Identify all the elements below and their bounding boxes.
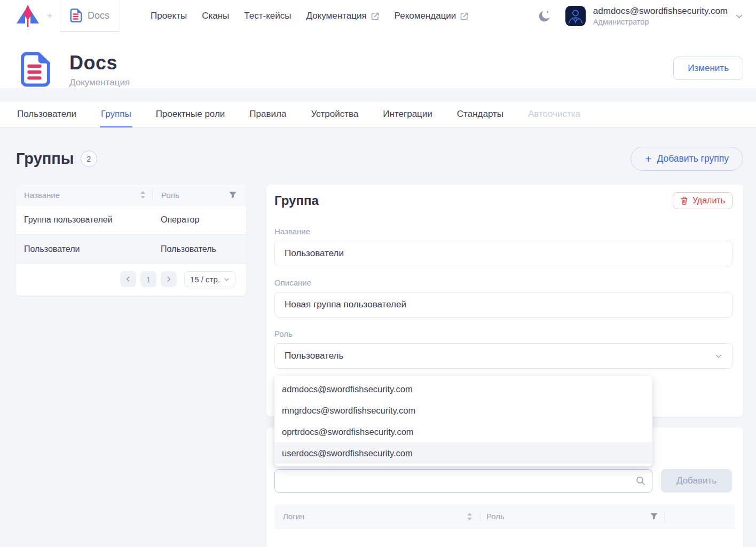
edit-button[interactable]: Изменить <box>673 57 743 80</box>
app-header: Docs Документация Изменить <box>0 32 756 88</box>
tab-standards[interactable]: Стандарты <box>456 102 505 128</box>
user-info[interactable]: admdocs@swordfishsecurity.com Администра… <box>593 5 728 26</box>
dropdown-option-oprtrdocs[interactable]: oprtrdocs@swordfishsecurity.com <box>274 421 652 442</box>
member-search-input[interactable] <box>274 469 652 493</box>
search-icon <box>636 476 645 486</box>
members-table: Логин Роль <box>274 505 735 547</box>
dropdown-option-userdocs[interactable]: userdocs@swordfishsecurity.com <box>274 442 652 464</box>
page-size-select[interactable]: 15 / стр. <box>184 271 235 287</box>
group-row-operators[interactable]: Группа пользователей Оператор <box>16 205 246 234</box>
column-header-login[interactable]: Логин <box>283 512 304 521</box>
nav-testcases[interactable]: Тест-кейсы <box>244 11 291 21</box>
sort-icon[interactable] <box>140 191 146 199</box>
pagination-prev-button[interactable] <box>120 271 136 287</box>
trash-icon <box>680 196 688 205</box>
group-role-label: Роль <box>274 329 733 338</box>
sort-icon[interactable] <box>467 512 472 521</box>
nav-scans[interactable]: Сканы <box>202 11 229 21</box>
topbar: + Docs Проекты Сканы Тест-кейсы Документ… <box>0 0 756 32</box>
external-link-icon <box>371 12 380 21</box>
product-title: Docs <box>69 52 130 74</box>
group-card-title: Группа <box>274 193 319 208</box>
tab-devices[interactable]: Устройства <box>310 102 359 128</box>
group-row-users[interactable]: Пользователи Пользователь <box>16 234 246 264</box>
group-role-select[interactable]: Пользователь <box>274 343 733 369</box>
group-name-label: Название <box>274 227 733 236</box>
tab-rules[interactable]: Правила <box>248 102 287 128</box>
docs-app-icon <box>70 9 82 22</box>
user-menu-chevron-down-icon[interactable] <box>735 12 743 20</box>
docs-product-icon <box>20 52 51 87</box>
pagination-page-1[interactable]: 1 <box>140 271 156 287</box>
app-switcher-docs[interactable]: Docs <box>60 0 120 32</box>
dark-mode-toggle-moon-icon[interactable] <box>538 9 552 23</box>
groups-table-header: Название Роль <box>16 185 246 205</box>
external-link-icon <box>460 12 469 21</box>
groups-count-badge: 2 <box>81 150 97 167</box>
filter-icon[interactable] <box>650 513 658 520</box>
members-table-row <box>274 528 735 547</box>
section-title-groups: Группы <box>16 150 74 168</box>
group-name-input[interactable] <box>274 241 733 266</box>
column-header-role[interactable]: Роль <box>161 191 179 200</box>
group-description-label: Описание <box>274 278 733 287</box>
tab-project-roles[interactable]: Проектные роли <box>155 102 226 128</box>
tab-autocleanup: Автоочистка <box>527 102 581 128</box>
group-description-input[interactable] <box>274 292 733 318</box>
product-subtitle: Документация <box>69 77 130 88</box>
groups-table-card: Название Роль Группа пользователей Опера… <box>16 185 246 296</box>
dropdown-option-admdocs[interactable]: admdocs@swordfishsecurity.com <box>274 378 652 400</box>
add-member-button[interactable]: Добавить <box>661 469 732 493</box>
user-role: Администратор <box>593 17 728 27</box>
nav-documentation[interactable]: Документация <box>306 11 379 21</box>
pagination-next-button[interactable] <box>161 271 177 287</box>
chevron-down-icon <box>715 352 722 360</box>
pagination: 1 15 / стр. <box>16 264 246 296</box>
tab-users[interactable]: Пользователи <box>16 102 77 128</box>
dropdown-option-mngrdocs[interactable]: mngrdocs@swordfishsecurity.com <box>274 400 652 421</box>
filter-icon[interactable] <box>229 192 237 199</box>
user-avatar[interactable] <box>565 6 586 26</box>
column-header-role[interactable]: Роль <box>486 512 505 521</box>
plus-icon: + <box>645 153 651 164</box>
user-suggestions-dropdown: admdocs@swordfishsecurity.com mngrdocs@s… <box>274 376 652 466</box>
plus-separator: + <box>47 11 52 21</box>
top-navigation: Проекты Сканы Тест-кейсы Документация Ре… <box>151 11 469 21</box>
tab-integrations[interactable]: Интеграции <box>382 102 434 128</box>
tab-groups[interactable]: Группы <box>100 102 132 128</box>
app-switcher-label: Docs <box>88 10 109 21</box>
user-email: admdocs@swordfishsecurity.com <box>593 5 728 17</box>
nav-projects[interactable]: Проекты <box>151 11 187 21</box>
add-group-button[interactable]: + Добавить группу <box>631 147 743 171</box>
delete-group-button[interactable]: Удалить <box>673 192 733 209</box>
column-header-name[interactable]: Название <box>24 191 60 200</box>
nav-recommendations[interactable]: Рекомендации <box>395 11 469 21</box>
settings-tabs: Пользователи Группы Проектные роли Прави… <box>0 102 756 128</box>
chevron-down-icon <box>224 276 230 282</box>
brand-logo-icon[interactable] <box>15 4 41 28</box>
